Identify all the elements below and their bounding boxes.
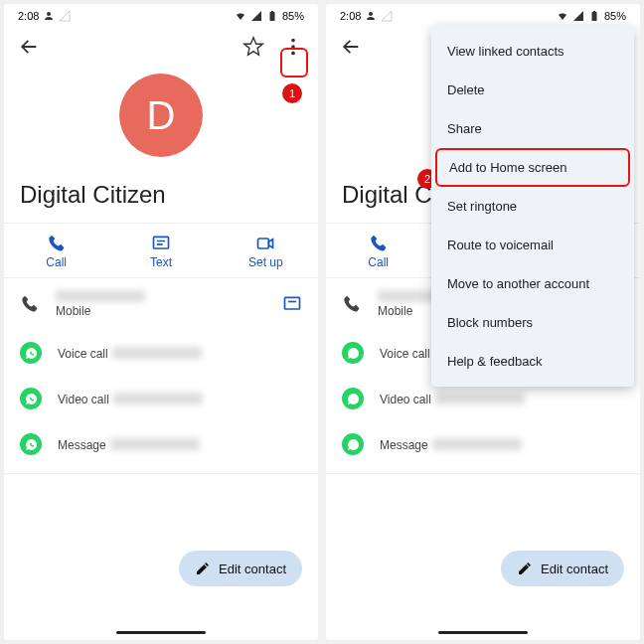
whatsapp-icon (20, 388, 42, 409)
whatsapp-icon (20, 342, 42, 364)
menu-delete[interactable]: Delete (431, 71, 634, 109)
video-icon (255, 234, 275, 253)
pencil-icon (517, 561, 533, 576)
call-action[interactable]: Call (326, 224, 430, 277)
mobile-row[interactable]: Mobile (4, 278, 318, 330)
whatsapp-video-row[interactable]: Video call (4, 376, 318, 421)
svg-rect-2 (271, 11, 273, 12)
overflow-menu: View linked contacts Delete Share Add to… (431, 26, 634, 387)
menu-block[interactable]: Block numbers (431, 303, 634, 342)
whatsapp-icon (342, 342, 364, 364)
clock: 2:08 (340, 10, 361, 22)
svg-point-3 (291, 39, 295, 43)
wifi-icon (557, 10, 568, 22)
back-icon[interactable] (340, 36, 362, 58)
menu-voicemail[interactable]: Route to voicemail (431, 226, 634, 264)
edit-contact-fab[interactable]: Edit contact (179, 551, 302, 586)
phone-left: 2:08 85% 1 D Digital Citizen Call Text S… (4, 4, 318, 640)
nav-handle[interactable] (438, 631, 528, 634)
battery-pct: 85% (282, 10, 304, 22)
contact-name: Digital Citizen (4, 181, 318, 223)
phone-right: 2:08 85% D Digital Citize Call Mobile Vo… (326, 4, 640, 640)
status-bar: 2:08 85% (326, 4, 640, 24)
setup-action[interactable]: Set up (214, 224, 318, 277)
svg-rect-10 (285, 297, 300, 309)
whatsapp-icon (20, 433, 42, 455)
action-row: Call Text Set up (4, 223, 318, 278)
star-icon[interactable] (242, 36, 264, 58)
signal-weak-icon (59, 10, 71, 22)
svg-point-12 (369, 12, 373, 16)
back-icon[interactable] (18, 36, 40, 58)
svg-rect-1 (269, 12, 274, 21)
svg-rect-9 (258, 239, 269, 248)
clock: 2:08 (18, 10, 39, 22)
whatsapp-icon (342, 388, 364, 409)
user-icon (365, 10, 377, 22)
user-icon (43, 10, 55, 22)
menu-ringtone[interactable]: Set ringtone (431, 187, 634, 226)
svg-rect-14 (593, 11, 595, 12)
whatsapp-icon (342, 433, 364, 455)
signal-weak-icon (381, 10, 393, 22)
status-bar: 2:08 85% (4, 4, 318, 24)
whatsapp-msg-row[interactable]: Message (326, 421, 640, 467)
phone-icon (20, 294, 40, 314)
battery-pct: 85% (604, 10, 626, 22)
text-action[interactable]: Text (108, 224, 213, 277)
whatsapp-voice-row[interactable]: Voice call (4, 330, 318, 376)
svg-rect-6 (153, 237, 168, 248)
avatar: D (119, 74, 203, 157)
menu-help[interactable]: Help & feedback (431, 342, 634, 381)
svg-point-0 (47, 12, 51, 16)
menu-add-home[interactable]: Add to Home screen (435, 148, 630, 187)
phone-icon (47, 234, 67, 253)
pencil-icon (195, 561, 211, 576)
text-icon (151, 234, 171, 253)
wifi-icon (235, 10, 246, 22)
text-icon[interactable] (282, 294, 302, 314)
whatsapp-msg-row[interactable]: Message (4, 421, 318, 467)
menu-move[interactable]: Move to another account (431, 264, 634, 303)
menu-linked[interactable]: View linked contacts (431, 32, 634, 71)
menu-share[interactable]: Share (431, 109, 634, 148)
svg-rect-13 (591, 12, 596, 21)
top-bar (4, 24, 318, 70)
badge-1: 1 (282, 83, 302, 103)
nav-handle[interactable] (116, 631, 206, 634)
highlight-box-1 (280, 48, 308, 78)
signal-icon (572, 10, 584, 22)
phone-icon (369, 234, 389, 253)
edit-contact-fab[interactable]: Edit contact (501, 551, 624, 586)
battery-icon (588, 10, 600, 22)
signal-icon (250, 10, 262, 22)
battery-icon (266, 10, 278, 22)
call-action[interactable]: Call (4, 224, 108, 277)
phone-icon (342, 294, 362, 314)
